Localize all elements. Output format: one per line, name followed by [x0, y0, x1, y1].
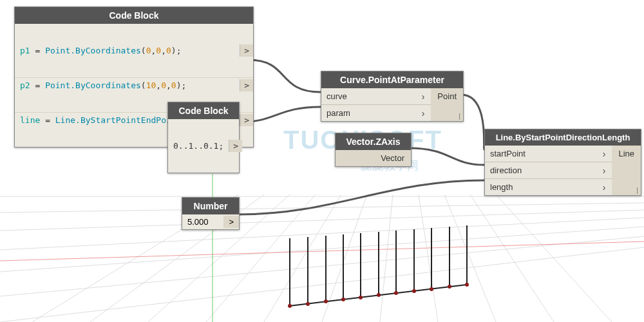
svg-line-15 — [444, 194, 496, 322]
output-port[interactable]: > — [240, 44, 253, 57]
node-title: Line.ByStartPointDirectionLength — [485, 129, 641, 146]
node-title: Vector.ZAxis — [336, 133, 411, 150]
output-port-vector[interactable]: Vector — [336, 150, 411, 166]
input-port-length[interactable]: length — [485, 179, 596, 195]
chevron-right-icon: › — [596, 149, 612, 159]
number-value[interactable]: 5.000 — [182, 214, 223, 229]
output-port[interactable]: > — [223, 216, 239, 228]
output-port-line[interactable]: Line — [612, 146, 641, 162]
node-code-block-2[interactable]: Code Block 0..1..0.1;> — [167, 102, 240, 173]
node-title: Code Block — [15, 7, 253, 24]
svg-point-33 — [306, 302, 310, 306]
chevron-right-icon: › — [415, 108, 431, 118]
svg-line-16 — [470, 194, 554, 322]
svg-line-6 — [0, 247, 644, 322]
svg-point-41 — [448, 285, 451, 289]
svg-point-39 — [412, 289, 416, 293]
node-vector-zaxis[interactable]: Vector.ZAxis Vector — [335, 133, 412, 167]
svg-line-11 — [264, 194, 341, 322]
input-port-curve[interactable]: curve — [321, 88, 415, 104]
output-port[interactable]: > — [240, 79, 253, 91]
chevron-right-icon: › — [596, 182, 612, 193]
svg-line-13 — [380, 194, 393, 322]
svg-point-34 — [324, 299, 328, 303]
svg-point-38 — [394, 291, 398, 295]
svg-line-14 — [419, 194, 438, 322]
chevron-right-icon: › — [415, 91, 431, 102]
output-port[interactable]: > — [229, 140, 242, 152]
svg-point-32 — [288, 304, 292, 308]
node-title: Curve.PointAtParameter — [321, 71, 463, 88]
chevron-right-icon: › — [596, 166, 612, 176]
input-port-param[interactable]: param — [321, 105, 415, 121]
code-body[interactable]: 0..1..0.1;> — [168, 119, 239, 173]
svg-point-35 — [341, 298, 345, 301]
svg-line-1 — [0, 203, 644, 213]
svg-line-17 — [496, 194, 612, 322]
node-title: Number — [182, 198, 239, 214]
node-number[interactable]: Number 5.000> — [182, 197, 240, 230]
output-port-point[interactable]: Point — [431, 88, 463, 104]
svg-point-36 — [359, 296, 363, 299]
node-curve-point-at-parameter[interactable]: Curve.PointAtParameter curve› param› Poi… — [321, 71, 464, 122]
output-port[interactable]: > — [240, 114, 253, 126]
node-line-by-start-direction-length[interactable]: Line.ByStartPointDirectionLength startPo… — [484, 129, 641, 196]
input-port-direction[interactable]: direction — [485, 162, 596, 178]
input-port-startpoint[interactable]: startPoint — [485, 146, 596, 162]
svg-point-37 — [377, 293, 381, 297]
node-title: Code Block — [168, 102, 239, 119]
svg-point-42 — [465, 283, 469, 287]
svg-line-2 — [0, 210, 644, 231]
svg-point-40 — [430, 287, 433, 291]
